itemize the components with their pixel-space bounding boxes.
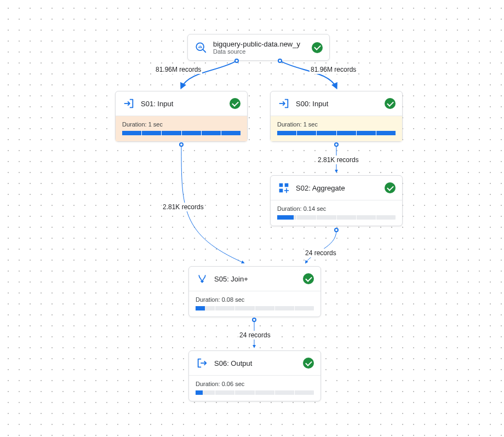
node-title: S06: Output xyxy=(214,359,297,367)
status-success-icon xyxy=(385,182,396,193)
duration-bar xyxy=(277,215,396,220)
edge-label: 24 records xyxy=(304,249,337,257)
duration-bar xyxy=(196,306,314,311)
duration-bar xyxy=(277,131,396,135)
node-title: S02: Aggregate xyxy=(296,184,379,192)
edge-label: 81.96M records xyxy=(310,65,357,74)
port-icon xyxy=(334,142,339,147)
svg-rect-7 xyxy=(279,189,283,193)
node-s06-output[interactable]: S06: Output Duration: 0.06 sec xyxy=(188,350,321,401)
input-icon xyxy=(277,97,290,110)
input-icon xyxy=(122,97,135,110)
node-s02-aggregate[interactable]: S02: Aggregate Duration: 0.14 sec xyxy=(270,175,403,226)
node-title: S00: Input xyxy=(296,100,379,108)
port-icon xyxy=(252,318,256,322)
duration-label: Duration: 0.08 sec xyxy=(196,296,314,303)
svg-rect-2 xyxy=(198,47,199,48)
node-title: S01: Input xyxy=(141,100,224,108)
node-s00-input[interactable]: S00: Input Duration: 1 sec xyxy=(270,91,403,142)
svg-line-1 xyxy=(203,49,206,52)
duration-bar xyxy=(122,131,240,135)
node-title: S05: Join+ xyxy=(214,275,297,283)
svg-rect-6 xyxy=(285,183,289,187)
duration-bar xyxy=(196,390,314,395)
duration-label: Duration: 1 sec xyxy=(277,121,396,128)
edge-label: 24 records xyxy=(238,331,272,340)
duration-label: Duration: 0.14 sec xyxy=(277,205,396,212)
status-success-icon xyxy=(385,98,396,109)
output-icon xyxy=(196,357,209,370)
node-datasource[interactable]: bigquery-public-data.new_y Data source xyxy=(187,34,330,61)
status-success-icon xyxy=(303,358,314,369)
aggregate-icon xyxy=(277,181,290,194)
status-success-icon xyxy=(312,42,323,53)
port-icon xyxy=(334,228,339,232)
node-s01-input[interactable]: S01: Input Duration: 1 sec xyxy=(115,91,248,142)
svg-rect-4 xyxy=(201,46,202,48)
magnify-analytics-icon xyxy=(194,41,208,54)
edge-label: 81.96M records xyxy=(154,65,202,74)
svg-rect-3 xyxy=(200,45,201,48)
node-s05-join[interactable]: S05: Join+ Duration: 0.08 sec xyxy=(188,266,321,317)
port-icon xyxy=(179,142,184,147)
edge-label: 2.81K records xyxy=(317,156,360,164)
node-subtitle: Data source xyxy=(213,48,306,55)
edge-label: 2.81K records xyxy=(162,203,205,211)
duration-label: Duration: 0.06 sec xyxy=(196,381,314,387)
status-success-icon xyxy=(303,273,314,284)
port-icon xyxy=(278,59,282,63)
port-icon xyxy=(234,59,239,63)
duration-label: Duration: 1 sec xyxy=(122,121,240,128)
status-success-icon xyxy=(230,98,240,109)
node-title: bigquery-public-data.new_y xyxy=(213,40,306,48)
svg-rect-5 xyxy=(279,183,283,187)
join-icon xyxy=(196,272,209,285)
